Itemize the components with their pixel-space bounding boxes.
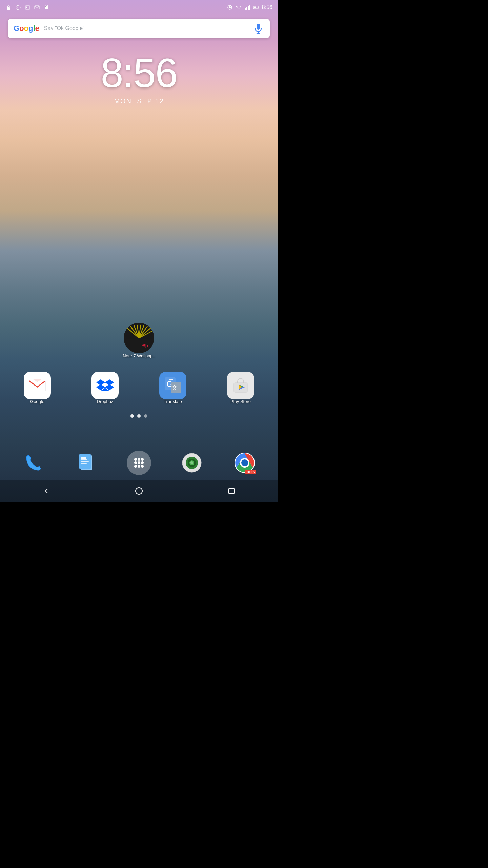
playstore-app[interactable]: Play Store [222,372,259,404]
clock-date: MON, SEP 12 [0,97,278,105]
svg-point-75 [136,488,142,494]
dropbox-app[interactable]: Dropbox [86,372,124,404]
page-dot-2 [137,414,141,418]
dropbox-app-icon[interactable] [92,372,119,399]
google-label: Google [30,399,44,404]
svg-rect-0 [7,7,10,10]
svg-point-61 [134,461,137,464]
dock: BETA [0,448,278,478]
svg-line-9 [45,5,46,6]
translate-app[interactable]: G 文 Translate [154,372,191,404]
svg-point-13 [238,9,239,9]
svg-point-66 [141,465,144,468]
google-app[interactable]: Google [19,372,56,404]
back-button[interactable] [38,482,55,499]
gallery-icon [24,4,30,11]
messages-dock-item[interactable] [71,448,101,478]
svg-rect-76 [229,488,234,494]
apps-area: NOTE 7 Note 7 Wallpap.. [0,323,278,427]
svg-rect-15 [246,7,247,10]
camera-dock-item[interactable] [177,448,207,478]
playstore-label: Play Store [230,399,251,404]
svg-rect-54 [81,459,87,460]
svg-point-74 [241,459,248,466]
google-logo: Google [14,24,39,33]
translate-label: Translate [164,399,182,404]
svg-rect-22 [257,24,260,30]
svg-rect-19 [258,7,259,8]
chrome-beta-dock-item[interactable]: BETA [229,448,260,478]
page-dots [0,414,278,418]
gmail-app-icon[interactable] [24,372,51,399]
search-bar[interactable]: Google Say "Ok Google" [8,19,270,38]
note7-app-container: NOTE 7 Note 7 Wallpap.. [0,323,278,358]
status-bar-left [5,4,49,11]
note7-icon[interactable]: NOTE 7 [124,323,154,353]
svg-point-59 [138,458,140,461]
svg-line-10 [47,5,48,6]
page-dot-3 [144,414,147,418]
svg-text:7: 7 [144,347,146,350]
gmail-status-icon [34,4,40,11]
clock-time: 8:56 [0,53,278,93]
svg-point-7 [45,6,46,7]
svg-point-63 [141,461,144,464]
apps-drawer-icon[interactable] [127,451,151,475]
recent-button[interactable] [223,482,240,499]
svg-rect-4 [35,6,39,9]
mic-button[interactable] [252,22,264,35]
app-row: Google Dropbox G [0,372,278,404]
translate-app-icon[interactable]: G 文 [159,372,186,399]
record-icon [227,4,233,11]
clock-container: 8:56 MON, SEP 12 [0,53,278,105]
svg-point-65 [138,465,140,468]
page-dot-1 [130,414,134,418]
svg-point-58 [134,458,137,461]
svg-rect-57 [81,457,86,459]
svg-point-1 [16,5,20,10]
svg-rect-6 [45,6,48,8]
svg-point-64 [134,465,137,468]
svg-rect-16 [248,6,249,10]
apps-drawer-dock-item[interactable] [124,448,154,478]
svg-point-60 [141,458,144,461]
dropbox-label: Dropbox [97,399,113,404]
svg-point-62 [138,461,140,464]
home-button[interactable] [130,482,147,499]
svg-rect-55 [81,461,89,462]
status-bar: 8:56 [0,0,278,15]
status-time: 8:56 [262,4,272,11]
note7-label: Note 7 Wallpap.. [123,353,155,358]
svg-rect-17 [249,5,250,10]
signal-icon [244,4,250,11]
svg-point-71 [190,461,193,464]
android-icon [43,4,49,11]
svg-text:文: 文 [171,384,178,391]
svg-point-8 [47,6,47,7]
battery-icon [253,4,259,11]
search-placeholder[interactable]: Say "Ok Google" [44,25,252,32]
wifi-icon [236,4,242,11]
whatsapp-icon [15,4,21,11]
svg-rect-56 [81,463,87,464]
phone-dock-item[interactable] [18,448,48,478]
status-bar-right: 8:56 [227,4,272,11]
svg-rect-14 [245,8,246,10]
nav-bar [0,480,278,502]
playstore-app-icon[interactable] [227,372,254,399]
lock-icon [5,4,12,11]
svg-point-12 [229,6,231,8]
